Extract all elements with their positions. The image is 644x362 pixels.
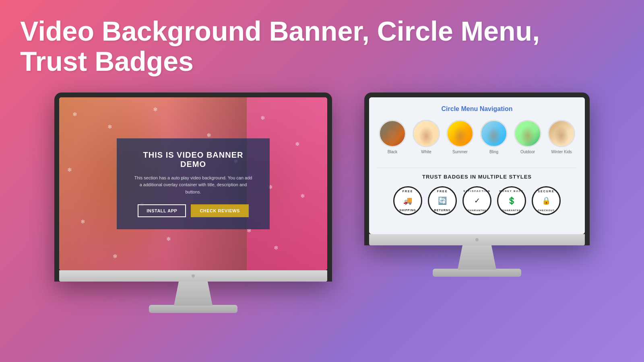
badge-money-back: MONEY BACK 💲 GUARANTEE (497, 186, 526, 215)
title-line2: Trust Badges (20, 46, 540, 76)
right-monitor-chin (369, 234, 585, 245)
badge-inner-returns: 🔄 (438, 196, 447, 205)
check-icon: ✓ (474, 196, 480, 205)
circle-menu-panel: Circle Menu Navigation Black White (369, 97, 585, 234)
circle-avatar-white (413, 120, 440, 147)
truck-icon: 🚚 (403, 196, 412, 205)
circle-label-outdoor: Outdoor (520, 150, 535, 154)
badge-free-shipping: FREE 🚚 SHIPPING (393, 186, 422, 215)
left-monitor-chin (59, 270, 327, 282)
banner-title: THIS IS VIDEO BANNER DEMO (133, 150, 254, 169)
badge-arc-top-secure: SECURE (538, 190, 554, 193)
circle-label-bling: Bling (489, 150, 498, 154)
badge-free-returns: FREE 🔄 RETURNS (428, 186, 457, 215)
banner-description: This section has a auto play video backg… (133, 175, 254, 196)
video-banner: ❄ ❄ ❄ ❄ ❄ ❄ ❄ ❄ ❄ ❄ ❄ ❄ ❄ ❄ ❄ (59, 97, 327, 270)
circle-item-outdoor[interactable]: Outdoor (514, 120, 541, 154)
badge-inner-secure: 🔒 (542, 196, 551, 205)
monitors-container: ❄ ❄ ❄ ❄ ❄ ❄ ❄ ❄ ❄ ❄ ❄ ❄ ❄ ❄ ❄ (0, 93, 644, 313)
divider (377, 168, 577, 168)
circle-label-black: Black (388, 150, 397, 154)
chin-dot (192, 274, 195, 278)
badge-arc-top-shipping: FREE (402, 190, 413, 193)
circle-avatar-bling (480, 120, 508, 147)
right-monitor: Circle Menu Navigation Black White (364, 93, 590, 277)
badge-secure-checkout: SECURE 🔒 CHECKOUT (532, 186, 561, 215)
dollar-icon: 💲 (507, 196, 516, 205)
right-monitor-stand (453, 245, 501, 269)
circle-menu-title: Circle Menu Navigation (442, 105, 513, 113)
title-line1: Video Background Banner, Circle Menu, (20, 16, 540, 46)
circle-label-winterkids: Winter Kids (551, 150, 572, 154)
badge-arc-bottom-satisfaction: GUARANTEE (467, 209, 486, 212)
circle-item-white[interactable]: White (413, 120, 440, 154)
right-chin-dot (475, 238, 479, 241)
left-monitor-base (149, 305, 237, 313)
circle-label-summer: Summer (452, 150, 468, 154)
badge-arc-bottom-shipping: SHIPPING (399, 209, 416, 212)
install-app-button[interactable]: INSTALL APP (138, 204, 186, 217)
lock-icon: 🔒 (542, 196, 551, 205)
circle-avatar-black (379, 120, 406, 147)
badge-inner-satisfaction: ✓ (474, 196, 480, 205)
circle-avatar-winterkids (548, 120, 575, 147)
circle-item-bling[interactable]: Bling (480, 120, 508, 154)
badge-satisfaction: SATISFACTION ✓ GUARANTEE (462, 186, 491, 215)
banner-overlay: THIS IS VIDEO BANNER DEMO This section h… (117, 138, 270, 230)
badge-arc-top-returns: FREE (437, 190, 448, 193)
right-screen: Circle Menu Navigation Black White (369, 97, 585, 234)
trust-badges-row: FREE 🚚 SHIPPING FREE 🔄 R (393, 186, 561, 215)
badge-arc-top-satisfaction: SATISFACTION (463, 190, 491, 192)
circle-avatar-outdoor (514, 120, 541, 147)
badge-arc-bottom-money: GUARANTEE (502, 209, 521, 212)
right-monitor-base (433, 269, 521, 277)
circle-label-white: White (421, 150, 431, 154)
check-reviews-button[interactable]: CHECK REVIEWS (191, 204, 248, 217)
left-screen-wrapper: ❄ ❄ ❄ ❄ ❄ ❄ ❄ ❄ ❄ ❄ ❄ ❄ ❄ ❄ ❄ (54, 93, 332, 282)
trust-badges-title: TRUST BADGES IN MULTIPLE STYLES (422, 174, 532, 180)
left-monitor: ❄ ❄ ❄ ❄ ❄ ❄ ❄ ❄ ❄ ❄ ❄ ❄ ❄ ❄ ❄ (54, 93, 332, 313)
badge-arc-bottom-returns: RETURNS (434, 209, 451, 212)
return-icon: 🔄 (438, 196, 447, 205)
circle-item-winterkids[interactable]: Winter Kids (548, 120, 575, 154)
page-title: Video Background Banner, Circle Menu, Tr… (20, 16, 540, 76)
circle-item-black[interactable]: Black (379, 120, 406, 154)
badge-inner-money: 💲 (507, 196, 516, 205)
left-monitor-stand (169, 282, 217, 306)
badge-arc-bottom-secure: CHECKOUT (538, 209, 555, 212)
left-screen: ❄ ❄ ❄ ❄ ❄ ❄ ❄ ❄ ❄ ❄ ❄ ❄ ❄ ❄ ❄ (59, 97, 327, 270)
right-screen-wrapper: Circle Menu Navigation Black White (364, 93, 590, 245)
circle-avatar-summer (446, 120, 474, 147)
badge-arc-top-money: MONEY BACK (500, 190, 524, 192)
circle-item-summer[interactable]: Summer (446, 120, 474, 154)
badge-inner-shipping: 🚚 (403, 196, 412, 205)
circle-items-row: Black White Summer Bling (379, 120, 575, 154)
banner-buttons: INSTALL APP CHECK REVIEWS (133, 204, 254, 217)
